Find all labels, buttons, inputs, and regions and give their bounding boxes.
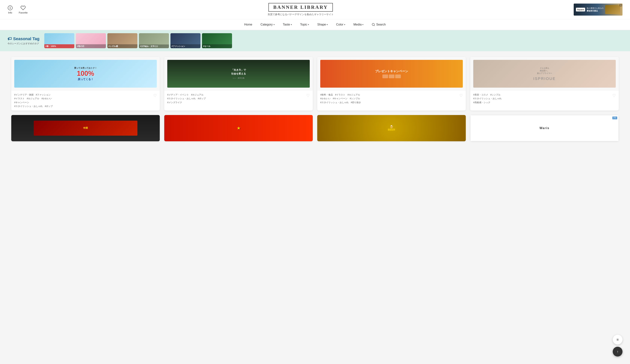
card-4-heart[interactable]: ♡ bbox=[612, 93, 616, 98]
card-3[interactable]: プレゼントキャンペーン #飲料・食品 #イラスト #カジュアル#かわいい #キャ… bbox=[317, 57, 466, 110]
nav-taste[interactable]: Taste ▾ bbox=[280, 21, 295, 28]
card-2[interactable]: 「生き方」で社会を変える シン・資本主義 #メディア・イベント #カジュアル#ス… bbox=[164, 57, 313, 110]
site-title[interactable]: BANNER LIBRARY bbox=[268, 3, 333, 12]
main-content: 買って＆売っておトク！ 100% 戻ってくる！ #インテリア・雑貨 #ファッショ… bbox=[0, 51, 630, 147]
tag-item-3[interactable]: #シズル感 bbox=[108, 33, 138, 48]
card-2-tags: #メディア・イベント #カジュアル#スタイリッシュ・おしゃれ #ポップ#メンズラ… bbox=[167, 93, 306, 104]
chevron-down-icon: ▾ bbox=[327, 23, 328, 26]
heart-icon bbox=[20, 5, 26, 10]
tag-item-1[interactable]: #春・100% bbox=[44, 33, 74, 48]
nav-topic[interactable]: Topic ▾ bbox=[297, 21, 312, 28]
info-icon bbox=[8, 5, 13, 10]
header-left: Info Favorite bbox=[8, 5, 28, 14]
chevron-down-icon: ▾ bbox=[291, 23, 292, 26]
card-5-image: 特選 bbox=[11, 115, 160, 141]
card-2-heart[interactable]: ♡ bbox=[306, 93, 310, 98]
ad-line2: 最短翌日振込 bbox=[587, 9, 604, 12]
card-6[interactable]: ★ bbox=[164, 115, 313, 141]
chevron-down-icon: ▾ bbox=[344, 23, 345, 26]
card-4-tags: #美容・コスメ #シンプル#スタイリッシュ・おしゃれ#高級感・シック bbox=[473, 93, 612, 104]
card-2-image: 「生き方」で社会を変える シン・資本主義 bbox=[164, 57, 313, 91]
ad-line1: 個人事業主も安心の bbox=[587, 7, 604, 9]
nav-media[interactable]: Media ▾ bbox=[350, 21, 367, 28]
card-1[interactable]: 買って＆売っておトク！ 100% 戻ってくる！ #インテリア・雑貨 #ファッショ… bbox=[11, 57, 160, 110]
card-1-tags: #インテリア・雑貨 #ファッション#イラスト #カジュアル #かわいい#キャンペ… bbox=[14, 93, 153, 108]
square-logo: Square bbox=[576, 8, 585, 11]
tag-label-1: #春・100% bbox=[44, 44, 74, 48]
svg-line-4 bbox=[374, 25, 375, 26]
card-6-image: ★ bbox=[164, 115, 313, 141]
seasonal-band: 🏷 Seasonal Tag 今のシーズンにおすすめのタグ #春・100% #母… bbox=[0, 30, 630, 51]
card-7-image: 🍺BEER bbox=[317, 115, 466, 141]
tag-label-3: #シズル感 bbox=[108, 44, 138, 48]
beer-banner-text: 🍺BEER bbox=[388, 125, 395, 131]
chevron-down-icon: ▾ bbox=[362, 23, 364, 26]
nav-home[interactable]: Home bbox=[241, 21, 256, 28]
nav-category[interactable]: Category ▾ bbox=[257, 21, 278, 28]
favorite-label: Favorite bbox=[19, 11, 28, 14]
chevron-down-icon: ▾ bbox=[308, 23, 309, 26]
card-5[interactable]: 特選 bbox=[11, 115, 160, 141]
nav-category-label: Category bbox=[260, 23, 273, 26]
favorite-button[interactable]: Favorite bbox=[19, 5, 28, 14]
chevron-down-icon: ▾ bbox=[274, 23, 275, 26]
tag-item-6[interactable]: #セール bbox=[202, 33, 232, 48]
header: Info Favorite BANNER LIBRARY 良質で参考になるバナー… bbox=[0, 0, 630, 19]
info-label: Info bbox=[8, 11, 12, 14]
main-nav: Home Category ▾ Taste ▾ Topic ▾ Shape ▾ … bbox=[0, 19, 630, 30]
tag-icon: 🏷 bbox=[8, 36, 12, 41]
tag-item-2[interactable]: #母の日 bbox=[76, 33, 106, 48]
tag-label-5: #ファッション bbox=[170, 44, 200, 48]
tag-label-6: #セール bbox=[202, 44, 232, 48]
nav-shape-label: Shape bbox=[317, 23, 326, 26]
nav-color-label: Color bbox=[336, 23, 343, 26]
card-1-heart[interactable]: ♡ bbox=[153, 93, 157, 98]
card-1-footer: #インテリア・雑貨 #ファッション#イラスト #カジュアル #かわいい#キャンペ… bbox=[11, 91, 160, 110]
card-2-footer: #メディア・イベント #カジュアル#スタイリッシュ・おしゃれ #ポップ#メンズラ… bbox=[164, 91, 313, 107]
card-4[interactable]: どんな肌も絶品肌へ。新エアプライマー ISPRIOUE #美容・コスメ #シンプ… bbox=[470, 57, 619, 110]
site-subtitle: 良質で参考になるバナーデザインを集めたギャラリーサイト bbox=[268, 13, 334, 16]
nav-search[interactable]: Search bbox=[368, 21, 389, 28]
card-grid: 買って＆売っておトク！ 100% 戻ってくる！ #インテリア・雑貨 #ファッショ… bbox=[11, 57, 619, 141]
search-icon bbox=[372, 23, 375, 26]
svg-point-3 bbox=[372, 23, 374, 25]
pr-badge: PR bbox=[612, 116, 617, 119]
info-button[interactable]: Info bbox=[8, 5, 13, 14]
tag-items-container: #春・100% #母の日 #シズル感 #文字組み・文字だけ #ファッション #セ bbox=[44, 33, 232, 48]
seasonal-label: 🏷 Seasonal Tag 今のシーズンにおすすめのタグ bbox=[8, 36, 41, 45]
ad-image-side bbox=[605, 5, 620, 14]
nav-topic-label: Topic bbox=[300, 23, 307, 26]
card-3-heart[interactable]: ♡ bbox=[459, 93, 463, 98]
card-3-tags: #飲料・食品 #イラスト #カジュアル#かわいい #キャンペーン #シンプル#ス… bbox=[320, 93, 459, 104]
seasonal-subtitle: 今のシーズンにおすすめのタグ bbox=[8, 42, 41, 45]
ad-info-icon: i bbox=[619, 4, 619, 6]
nav-taste-label: Taste bbox=[283, 23, 290, 26]
tag-item-4[interactable]: #文字組み・文字だけ bbox=[139, 33, 169, 48]
nav-color[interactable]: Color ▾ bbox=[333, 21, 348, 28]
tag-item-5[interactable]: #ファッション bbox=[170, 33, 200, 48]
card-3-footer: #飲料・食品 #イラスト #カジュアル#かわいい #キャンペーン #シンプル#ス… bbox=[317, 91, 466, 107]
card-8[interactable]: PR Waris bbox=[470, 115, 619, 141]
card-7[interactable]: 🍺BEER bbox=[317, 115, 466, 141]
card-8-image: Waris bbox=[470, 115, 619, 141]
nav-home-label: Home bbox=[244, 23, 252, 26]
card-3-image: プレゼントキャンペーン bbox=[317, 57, 466, 91]
ad-area: Square 個人事業主も安心の 最短翌日振込 i ✕ bbox=[574, 3, 622, 15]
card-1-image: 買って＆売っておトク！ 100% 戻ってくる！ bbox=[11, 57, 160, 91]
card-4-footer: #美容・コスメ #シンプル#スタイリッシュ・おしゃれ#高級感・シック ♡ bbox=[470, 91, 619, 107]
nav-shape[interactable]: Shape ▾ bbox=[314, 21, 331, 28]
ad-text: 個人事業主も安心の 最短翌日振込 bbox=[587, 7, 604, 12]
tag-label-4: #文字組み・文字だけ bbox=[139, 44, 169, 48]
nav-search-label: Search bbox=[376, 23, 386, 26]
tag-label-2: #母の日 bbox=[76, 44, 106, 48]
nav-media-label: Media bbox=[354, 23, 362, 26]
card-4-image: どんな肌も絶品肌へ。新エアプライマー ISPRIOUE bbox=[470, 57, 619, 91]
seasonal-title: 🏷 Seasonal Tag bbox=[8, 36, 41, 41]
header-center: BANNER LIBRARY 良質で参考になるバナーデザインを集めたギャラリーサ… bbox=[268, 3, 334, 16]
ad-close-button[interactable]: ✕ bbox=[620, 4, 622, 6]
